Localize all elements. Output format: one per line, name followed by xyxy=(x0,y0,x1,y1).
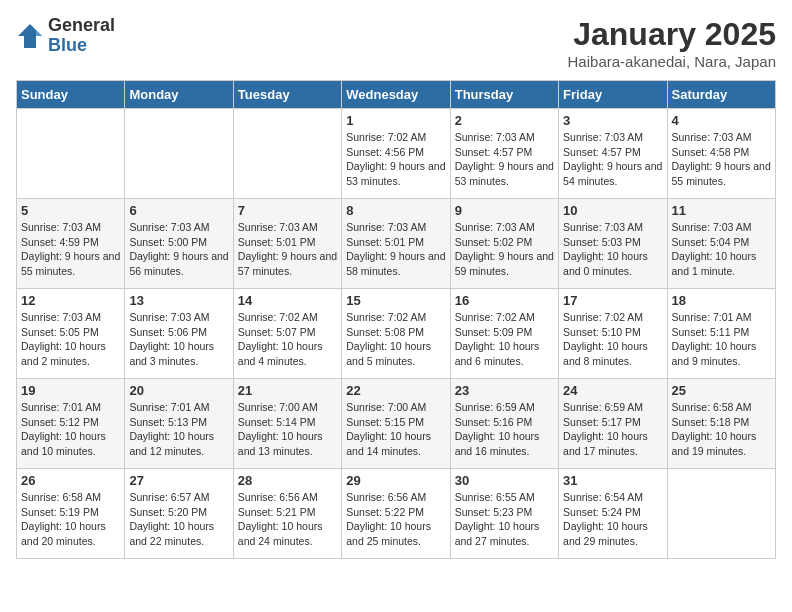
day-info: Sunrise: 7:02 AM Sunset: 5:07 PM Dayligh… xyxy=(238,310,337,369)
day-number: 16 xyxy=(455,293,554,308)
day-number: 29 xyxy=(346,473,445,488)
calendar-week-row: 5Sunrise: 7:03 AM Sunset: 4:59 PM Daylig… xyxy=(17,199,776,289)
day-number: 28 xyxy=(238,473,337,488)
day-number: 31 xyxy=(563,473,662,488)
day-number: 12 xyxy=(21,293,120,308)
day-number: 23 xyxy=(455,383,554,398)
calendar-day-cell: 28Sunrise: 6:56 AM Sunset: 5:21 PM Dayli… xyxy=(233,469,341,559)
day-info: Sunrise: 7:03 AM Sunset: 5:00 PM Dayligh… xyxy=(129,220,228,279)
calendar-table: SundayMondayTuesdayWednesdayThursdayFrid… xyxy=(16,80,776,559)
calendar-day-cell: 24Sunrise: 6:59 AM Sunset: 5:17 PM Dayli… xyxy=(559,379,667,469)
calendar-day-cell: 11Sunrise: 7:03 AM Sunset: 5:04 PM Dayli… xyxy=(667,199,775,289)
calendar-day-cell: 12Sunrise: 7:03 AM Sunset: 5:05 PM Dayli… xyxy=(17,289,125,379)
day-info: Sunrise: 7:02 AM Sunset: 5:08 PM Dayligh… xyxy=(346,310,445,369)
calendar-day-cell: 1Sunrise: 7:02 AM Sunset: 4:56 PM Daylig… xyxy=(342,109,450,199)
day-number: 4 xyxy=(672,113,771,128)
day-info: Sunrise: 7:01 AM Sunset: 5:11 PM Dayligh… xyxy=(672,310,771,369)
calendar-week-row: 1Sunrise: 7:02 AM Sunset: 4:56 PM Daylig… xyxy=(17,109,776,199)
day-info: Sunrise: 7:00 AM Sunset: 5:14 PM Dayligh… xyxy=(238,400,337,459)
calendar-day-cell: 30Sunrise: 6:55 AM Sunset: 5:23 PM Dayli… xyxy=(450,469,558,559)
weekday-header-cell: Wednesday xyxy=(342,81,450,109)
calendar-day-cell: 18Sunrise: 7:01 AM Sunset: 5:11 PM Dayli… xyxy=(667,289,775,379)
day-info: Sunrise: 6:58 AM Sunset: 5:18 PM Dayligh… xyxy=(672,400,771,459)
day-info: Sunrise: 6:55 AM Sunset: 5:23 PM Dayligh… xyxy=(455,490,554,549)
day-number: 1 xyxy=(346,113,445,128)
day-info: Sunrise: 7:03 AM Sunset: 5:04 PM Dayligh… xyxy=(672,220,771,279)
day-info: Sunrise: 7:03 AM Sunset: 5:01 PM Dayligh… xyxy=(238,220,337,279)
calendar-header: SundayMondayTuesdayWednesdayThursdayFrid… xyxy=(17,81,776,109)
day-info: Sunrise: 7:02 AM Sunset: 4:56 PM Dayligh… xyxy=(346,130,445,189)
day-number: 19 xyxy=(21,383,120,398)
day-number: 24 xyxy=(563,383,662,398)
calendar-day-cell: 8Sunrise: 7:03 AM Sunset: 5:01 PM Daylig… xyxy=(342,199,450,289)
day-number: 21 xyxy=(238,383,337,398)
day-info: Sunrise: 7:03 AM Sunset: 4:57 PM Dayligh… xyxy=(563,130,662,189)
weekday-header-cell: Friday xyxy=(559,81,667,109)
calendar-day-cell: 25Sunrise: 6:58 AM Sunset: 5:18 PM Dayli… xyxy=(667,379,775,469)
day-info: Sunrise: 7:03 AM Sunset: 4:59 PM Dayligh… xyxy=(21,220,120,279)
day-info: Sunrise: 6:58 AM Sunset: 5:19 PM Dayligh… xyxy=(21,490,120,549)
day-info: Sunrise: 6:57 AM Sunset: 5:20 PM Dayligh… xyxy=(129,490,228,549)
logo-blue-text: Blue xyxy=(48,36,115,56)
day-number: 18 xyxy=(672,293,771,308)
day-number: 10 xyxy=(563,203,662,218)
day-info: Sunrise: 7:01 AM Sunset: 5:12 PM Dayligh… xyxy=(21,400,120,459)
day-info: Sunrise: 7:02 AM Sunset: 5:09 PM Dayligh… xyxy=(455,310,554,369)
calendar-week-row: 19Sunrise: 7:01 AM Sunset: 5:12 PM Dayli… xyxy=(17,379,776,469)
calendar-day-cell xyxy=(125,109,233,199)
svg-marker-1 xyxy=(36,30,42,36)
calendar-day-cell xyxy=(17,109,125,199)
logo-general-text: General xyxy=(48,16,115,36)
calendar-day-cell xyxy=(233,109,341,199)
day-number: 9 xyxy=(455,203,554,218)
day-info: Sunrise: 6:56 AM Sunset: 5:21 PM Dayligh… xyxy=(238,490,337,549)
day-number: 14 xyxy=(238,293,337,308)
calendar-day-cell: 23Sunrise: 6:59 AM Sunset: 5:16 PM Dayli… xyxy=(450,379,558,469)
calendar-day-cell: 29Sunrise: 6:56 AM Sunset: 5:22 PM Dayli… xyxy=(342,469,450,559)
day-info: Sunrise: 7:00 AM Sunset: 5:15 PM Dayligh… xyxy=(346,400,445,459)
weekday-header-cell: Monday xyxy=(125,81,233,109)
day-info: Sunrise: 6:56 AM Sunset: 5:22 PM Dayligh… xyxy=(346,490,445,549)
calendar-day-cell: 9Sunrise: 7:03 AM Sunset: 5:02 PM Daylig… xyxy=(450,199,558,289)
weekday-header-cell: Saturday xyxy=(667,81,775,109)
calendar-day-cell: 22Sunrise: 7:00 AM Sunset: 5:15 PM Dayli… xyxy=(342,379,450,469)
day-number: 30 xyxy=(455,473,554,488)
logo-icon xyxy=(16,22,44,50)
day-number: 25 xyxy=(672,383,771,398)
day-number: 7 xyxy=(238,203,337,218)
calendar-day-cell: 17Sunrise: 7:02 AM Sunset: 5:10 PM Dayli… xyxy=(559,289,667,379)
calendar-week-row: 26Sunrise: 6:58 AM Sunset: 5:19 PM Dayli… xyxy=(17,469,776,559)
day-info: Sunrise: 7:03 AM Sunset: 4:57 PM Dayligh… xyxy=(455,130,554,189)
day-info: Sunrise: 7:03 AM Sunset: 5:02 PM Dayligh… xyxy=(455,220,554,279)
calendar-day-cell: 7Sunrise: 7:03 AM Sunset: 5:01 PM Daylig… xyxy=(233,199,341,289)
page-header: General Blue January 2025 Haibara-akaned… xyxy=(16,16,776,70)
day-info: Sunrise: 6:54 AM Sunset: 5:24 PM Dayligh… xyxy=(563,490,662,549)
calendar-week-row: 12Sunrise: 7:03 AM Sunset: 5:05 PM Dayli… xyxy=(17,289,776,379)
calendar-day-cell: 15Sunrise: 7:02 AM Sunset: 5:08 PM Dayli… xyxy=(342,289,450,379)
calendar-body: 1Sunrise: 7:02 AM Sunset: 4:56 PM Daylig… xyxy=(17,109,776,559)
calendar-day-cell: 6Sunrise: 7:03 AM Sunset: 5:00 PM Daylig… xyxy=(125,199,233,289)
day-number: 22 xyxy=(346,383,445,398)
day-number: 6 xyxy=(129,203,228,218)
day-number: 5 xyxy=(21,203,120,218)
logo: General Blue xyxy=(16,16,115,56)
title-block: January 2025 Haibara-akanedai, Nara, Jap… xyxy=(568,16,776,70)
calendar-day-cell: 4Sunrise: 7:03 AM Sunset: 4:58 PM Daylig… xyxy=(667,109,775,199)
weekday-header-row: SundayMondayTuesdayWednesdayThursdayFrid… xyxy=(17,81,776,109)
weekday-header-cell: Sunday xyxy=(17,81,125,109)
calendar-day-cell: 21Sunrise: 7:00 AM Sunset: 5:14 PM Dayli… xyxy=(233,379,341,469)
calendar-day-cell: 13Sunrise: 7:03 AM Sunset: 5:06 PM Dayli… xyxy=(125,289,233,379)
day-info: Sunrise: 7:03 AM Sunset: 5:03 PM Dayligh… xyxy=(563,220,662,279)
day-number: 15 xyxy=(346,293,445,308)
calendar-day-cell: 16Sunrise: 7:02 AM Sunset: 5:09 PM Dayli… xyxy=(450,289,558,379)
day-number: 3 xyxy=(563,113,662,128)
calendar-day-cell: 20Sunrise: 7:01 AM Sunset: 5:13 PM Dayli… xyxy=(125,379,233,469)
weekday-header-cell: Tuesday xyxy=(233,81,341,109)
logo-text: General Blue xyxy=(48,16,115,56)
day-info: Sunrise: 7:03 AM Sunset: 5:01 PM Dayligh… xyxy=(346,220,445,279)
day-info: Sunrise: 6:59 AM Sunset: 5:16 PM Dayligh… xyxy=(455,400,554,459)
calendar-day-cell: 3Sunrise: 7:03 AM Sunset: 4:57 PM Daylig… xyxy=(559,109,667,199)
calendar-day-cell: 5Sunrise: 7:03 AM Sunset: 4:59 PM Daylig… xyxy=(17,199,125,289)
day-info: Sunrise: 7:03 AM Sunset: 5:06 PM Dayligh… xyxy=(129,310,228,369)
day-number: 17 xyxy=(563,293,662,308)
